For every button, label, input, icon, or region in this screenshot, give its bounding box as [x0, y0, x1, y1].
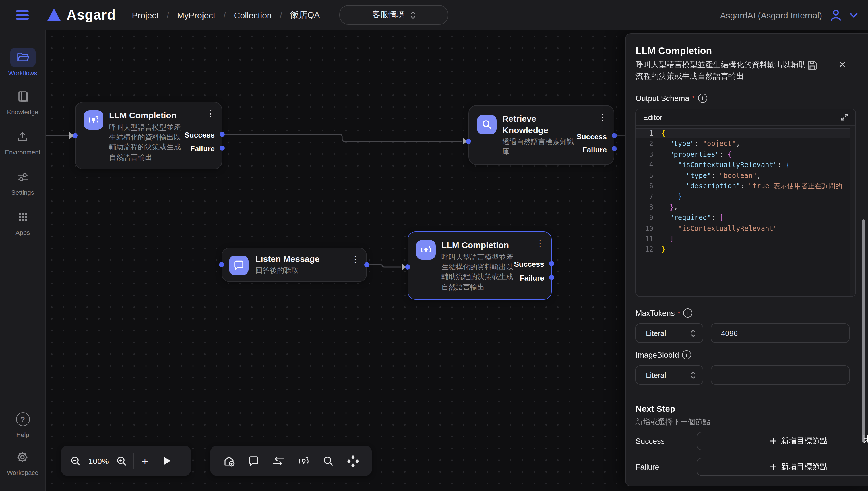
menu-icon[interactable] — [16, 10, 29, 20]
node-listen-message[interactable]: Listen Message 回答後的聽取 ⋮ — [221, 248, 367, 282]
panel-divider — [626, 396, 868, 396]
imageblobid-value-input[interactable] — [711, 365, 850, 385]
chevron-up-down-icon — [691, 329, 696, 337]
success-port-label: Success — [514, 260, 544, 268]
swap-arrows-icon[interactable] — [272, 455, 285, 467]
node4-input-port[interactable] — [405, 264, 410, 270]
llm-node-icon[interactable] — [297, 455, 310, 467]
node-menu-icon[interactable]: ⋮ — [536, 239, 544, 248]
node-menu-icon[interactable]: ⋮ — [351, 255, 359, 264]
top-bar: Asgard Project / MyProject / Collection … — [0, 0, 868, 30]
auto-layout-icon[interactable] — [347, 455, 359, 467]
llm-completion-icon — [84, 110, 103, 130]
node-llm-completion-1[interactable]: LLM Completion 呼叫大型語言模型並產生結構化的資料輸出以輔助流程的… — [75, 102, 222, 169]
environment-selector-value: 客服情境 — [372, 10, 405, 20]
node-description: 呼叫大型語言模型並產生結構化的資料輸出以輔助流程的決策或生成自然語言輸出 — [109, 123, 183, 163]
breadcrumb-current[interactable]: 飯店QA — [290, 9, 320, 20]
node2-success-port[interactable] — [612, 133, 617, 138]
add-target-node-success-button[interactable]: 新增目標節點 — [697, 432, 868, 450]
node1-failure-port[interactable] — [219, 146, 225, 151]
failure-row-label: Failure — [635, 463, 659, 471]
environment-upload-icon — [17, 131, 28, 142]
chevron-up-down-icon — [691, 371, 696, 379]
node-inspector-panel: LLM Completion 呼叫大型語言模型並產生結構化的資料輸出以輔助流程的… — [625, 33, 868, 486]
node4-failure-port[interactable] — [549, 275, 554, 280]
node2-failure-port[interactable] — [612, 146, 617, 151]
sidebar-item-workflows[interactable]: Workflows — [8, 48, 37, 76]
breadcrumb-myproject[interactable]: MyProject — [177, 10, 215, 20]
success-port-label: Success — [184, 131, 215, 139]
sidebar-item-knowledge[interactable]: Knowledge — [7, 87, 38, 115]
required-asterisk: * — [678, 309, 681, 317]
gear-icon — [17, 451, 29, 463]
close-icon[interactable]: ✕ — [838, 59, 846, 70]
add-target-node-failure-button[interactable]: 新增目標節點 — [697, 458, 868, 476]
apps-grid-icon — [17, 211, 28, 223]
node1-input-port[interactable] — [72, 133, 78, 138]
editor-header: Editor — [636, 109, 856, 126]
editor-code[interactable]: 1{ 2 "type": "object", 3 "properties": {… — [636, 126, 856, 290]
save-icon[interactable] — [807, 60, 817, 70]
message-node-icon[interactable] — [248, 455, 260, 467]
search-icon[interactable] — [323, 455, 334, 467]
environment-selector[interactable]: 客服情境 — [339, 5, 448, 25]
node-menu-icon[interactable]: ⋮ — [599, 113, 607, 121]
maxtokens-mode-select[interactable]: Literal — [635, 323, 703, 343]
zoom-out-icon[interactable] — [70, 455, 82, 467]
info-icon[interactable]: i — [683, 308, 693, 318]
chevron-up-down-icon — [410, 11, 415, 19]
schema-editor[interactable]: Editor 1{ 2 "type": "object", 3 "propert… — [635, 109, 856, 297]
clipped-edge-glyph: 比 — [863, 434, 868, 444]
node3-input-port[interactable] — [219, 262, 224, 267]
panel-scrollbar[interactable] — [862, 220, 865, 442]
node-title: LLM Completion — [109, 110, 177, 121]
sidebar-item-workspace[interactable]: Workspace — [7, 447, 38, 476]
app-root: Asgard Project / MyProject / Collection … — [0, 0, 868, 491]
run-workflow-icon[interactable] — [163, 456, 172, 466]
zoom-in-icon[interactable] — [116, 455, 127, 467]
sidebar-item-settings[interactable]: Settings — [10, 167, 35, 196]
zoom-level: 100% — [88, 456, 109, 465]
add-trigger-home-icon[interactable] — [223, 455, 235, 467]
breadcrumb-collection[interactable]: Collection — [234, 10, 272, 20]
node-llm-completion-2-selected[interactable]: LLM Completion 呼叫大型語言模型並產生結構化的資料輸出以輔助流程的… — [408, 231, 552, 300]
sidebar-item-help[interactable]: ? Help — [10, 409, 35, 438]
breadcrumb-separator: / — [223, 10, 226, 20]
sidebar-item-label: Help — [16, 431, 29, 438]
sidebar-item-apps[interactable]: Apps — [10, 207, 35, 236]
panel-title: LLM Completion — [635, 46, 712, 57]
editor-header-label: Editor — [643, 113, 662, 121]
sidebar-item-environment[interactable]: Environment — [5, 127, 40, 155]
plus-icon — [770, 463, 776, 470]
sidebar-item-label: Environment — [5, 149, 40, 155]
info-icon[interactable]: i — [698, 94, 707, 103]
maxtokens-value-input[interactable]: 4096 — [711, 323, 850, 343]
imageblobid-label: ImageBlobId i — [635, 350, 691, 359]
add-node-button[interactable]: ＋ — [140, 453, 150, 468]
imageblobid-mode-select[interactable]: Literal — [635, 365, 703, 385]
node2-input-port[interactable] — [466, 139, 471, 144]
node-description: 回答後的聽取 — [256, 266, 347, 276]
breadcrumb: Project / MyProject / Collection / 飯店QA — [132, 9, 320, 20]
node1-success-port[interactable] — [219, 132, 225, 137]
edge-listen-to-llm2 — [367, 265, 401, 267]
panel-description: 呼叫大型語言模型並產生結構化的資料輸出以輔助流程的決策或生成自然語言輸出 — [635, 59, 808, 82]
node-description: 呼叫大型語言模型並產生結構化的資料輸出以輔助流程的決策或生成自然語言輸出 — [442, 253, 515, 292]
node-retrieve-knowledge[interactable]: Retrieve Knowledge 透過自然語言檢索知識庫 ⋮ Success… — [469, 105, 614, 165]
success-row-label: Success — [635, 437, 665, 445]
node-menu-icon[interactable]: ⋮ — [207, 109, 215, 118]
node-title: LLM Completion — [442, 239, 509, 251]
editor-scrollbar[interactable] — [850, 126, 856, 296]
expand-icon[interactable] — [840, 113, 848, 121]
maxtokens-label: MaxTokens * i — [635, 308, 693, 318]
plus-icon — [770, 438, 776, 444]
success-port-label: Success — [576, 133, 607, 141]
info-icon[interactable]: i — [682, 350, 691, 359]
account-chevron-down-icon[interactable] — [850, 12, 858, 18]
node4-success-port[interactable] — [549, 261, 554, 266]
breadcrumb-project[interactable]: Project — [132, 10, 158, 20]
node3-output-port[interactable] — [364, 262, 369, 267]
user-icon[interactable] — [829, 8, 843, 22]
node-title: Retrieve Knowledge — [502, 113, 565, 136]
next-step-subtitle: 新增或選擇下一個節點 — [635, 417, 710, 427]
